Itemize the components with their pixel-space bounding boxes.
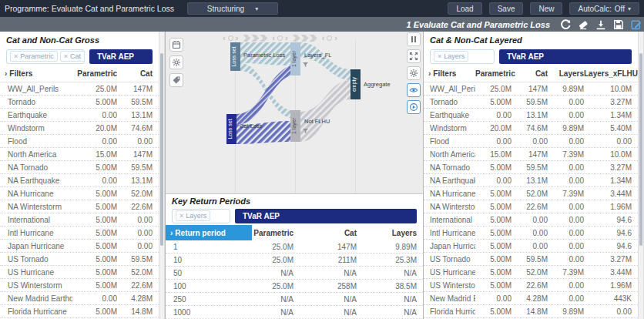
table-row[interactable]: US Winterstorm5.00M22.6M xyxy=(0,279,159,292)
chip-parametric[interactable]: × Parametric xyxy=(10,51,58,62)
metric-header-button[interactable]: TVaR AEP xyxy=(499,49,632,64)
load-button[interactable]: Load xyxy=(448,2,481,15)
right-panel-scrollbar[interactable] xyxy=(638,32,644,319)
col-layers[interactable]: Layers xyxy=(357,229,417,237)
table-row[interactable]: US Tornado5.00M59.5M0.003.27M xyxy=(424,253,638,266)
table-row[interactable]: Florida Hurricane5.00M14.8M9.89M0.00 xyxy=(424,305,638,318)
download-icon[interactable] xyxy=(595,18,606,30)
table-row[interactable]: Intl Hurricane5.00M0.00 xyxy=(0,227,159,240)
step-forward-button[interactable] xyxy=(407,100,421,114)
table-row[interactable]: Tornado5.00M59.5M0.003.27M xyxy=(424,96,638,109)
scrollbar-thumb[interactable] xyxy=(639,53,642,246)
settings-button[interactable] xyxy=(169,55,183,69)
flow-notflhu-to-aggregate[interactable] xyxy=(300,80,351,142)
left-panel-scrollbar[interactable] xyxy=(159,32,165,319)
flow-layersfl-to-aggregate[interactable] xyxy=(300,42,351,80)
node-stepper[interactable]: ‹› xyxy=(322,34,337,42)
remove-chip-icon[interactable]: × xyxy=(14,53,18,60)
autocalc-toggle[interactable]: AutoCalc: Off ▾ xyxy=(569,2,639,15)
remove-chip-icon[interactable]: × xyxy=(438,53,441,60)
col-cat[interactable]: Cat xyxy=(117,69,153,78)
col-cat[interactable]: Cat xyxy=(512,69,548,78)
table-row[interactable]: 50N/AN/AN/A xyxy=(166,267,423,280)
table-row[interactable]: 125.0M147M9.89M xyxy=(166,240,423,254)
structuring-dropdown[interactable]: Structuring ▾ xyxy=(187,2,278,15)
col-cat[interactable]: Cat xyxy=(293,229,357,237)
col-return-period[interactable]: › Return period xyxy=(166,225,252,240)
table-row[interactable]: NA Hurricane5.00M52.0M xyxy=(0,187,159,200)
table-row[interactable]: NA Tornado5.00M59.5M0.003.27M xyxy=(424,161,638,174)
col-parametric[interactable]: Parametric xyxy=(475,69,512,78)
col-layers[interactable]: Layers xyxy=(548,69,584,78)
pause-button[interactable] xyxy=(407,32,421,46)
flow-cat-to-layersfl[interactable] xyxy=(236,65,290,125)
visibility-button[interactable] xyxy=(407,83,421,97)
col-parametric[interactable]: Parametric xyxy=(252,229,293,237)
flow-arrows-icon[interactable] xyxy=(293,35,317,42)
remove-chip-icon[interactable]: × xyxy=(179,213,183,220)
table-row[interactable]: Flood0.000.000.000.00 xyxy=(424,135,638,148)
col-parametric[interactable]: Parametric xyxy=(72,69,117,78)
chip-layers[interactable]: × Layers xyxy=(434,51,468,62)
table-row[interactable]: Earthquake0.0013.1M0.001.34M xyxy=(424,109,638,122)
filter-funnel-icon[interactable] xyxy=(303,62,308,67)
table-row[interactable]: Intl Hurricane5.00M0.000.0094.6 xyxy=(424,227,638,240)
chip-layers[interactable]: × Layers xyxy=(176,210,210,221)
table-row[interactable]: Japan Hurricane5.00M0.000.0094.6 xyxy=(424,240,638,253)
remove-chip-icon[interactable]: × xyxy=(64,53,68,60)
table-row[interactable]: NA Winterstorm5.00M22.6M xyxy=(0,200,159,213)
fit-view-button[interactable] xyxy=(407,49,421,63)
table-row[interactable]: US Winterstorm5.00M22.6M0.001.96M xyxy=(424,279,638,292)
edit-icon[interactable] xyxy=(630,18,642,30)
table-row[interactable]: NA Tornado5.00M59.5M xyxy=(0,161,159,174)
chip-container[interactable]: × Parametric × Cat × xyxy=(6,49,85,64)
table-row[interactable]: NA Earthquake0.0013.1M xyxy=(0,174,159,187)
table-row[interactable]: 1000N/AN/AN/A xyxy=(166,306,423,319)
node-stepper[interactable]: ‹› xyxy=(223,34,238,42)
save-button[interactable]: Save xyxy=(489,2,524,15)
table-row[interactable]: Windstorm20.0M74.6M xyxy=(0,122,159,135)
table-row[interactable]: 10025.0M258M38.5M xyxy=(166,280,423,293)
table-row[interactable]: NA Hurricane5.00M52.0M7.39M3.44M xyxy=(424,187,638,200)
col-layers-xflhu[interactable]: Layers_xFLHU xyxy=(584,69,632,78)
save-disk-icon[interactable] xyxy=(612,18,624,30)
table-row[interactable]: Tornado5.00M59.5M xyxy=(0,96,159,109)
table-row[interactable]: WW_All_Perils25.0M147M xyxy=(0,82,159,96)
eraser-icon[interactable] xyxy=(577,18,589,30)
table-row[interactable]: Earthquake0.0013.1M xyxy=(0,109,159,122)
chip-container[interactable]: × Layers xyxy=(172,209,230,223)
table-row[interactable]: New Madrid Earthquake0.004.28M xyxy=(0,292,159,305)
table-row[interactable]: NA Winterstorm5.00M22.6M0.001.96M xyxy=(424,200,638,213)
table-row[interactable]: New Madrid Earthquake0.004.28M0.00443K xyxy=(424,292,638,305)
expand-chevron-icon[interactable]: › xyxy=(428,69,431,78)
new-button[interactable]: New xyxy=(530,2,562,15)
table-row[interactable]: WW_All_Perils25.0M147M9.89M10.0M xyxy=(424,82,638,96)
col-filters[interactable]: Filters xyxy=(9,69,72,78)
col-filters[interactable]: Filters xyxy=(433,69,475,78)
metric-header-button[interactable]: TVaR AEP xyxy=(89,49,153,64)
table-row[interactable]: Windstorm20.0M74.6M9.89M5.40M xyxy=(424,122,638,135)
scrollbar-thumb[interactable] xyxy=(160,53,163,246)
table-row[interactable]: 1025.0M211M25.3M xyxy=(166,254,423,267)
tags-button[interactable] xyxy=(169,73,183,87)
table-row[interactable]: Flood0.000.00 xyxy=(0,135,159,148)
table-row[interactable]: US Hurricane5.00M52.0M7.39M3.44M xyxy=(424,266,638,279)
table-row[interactable]: Japan Hurricane5.00M0.00 xyxy=(0,240,159,253)
expand-chevron-icon[interactable]: › xyxy=(5,69,7,78)
refresh-icon[interactable] xyxy=(559,18,571,30)
calendar-button[interactable] xyxy=(169,38,183,52)
table-row[interactable]: US Hurricane5.00M52.0M xyxy=(0,266,159,279)
metric-header-button[interactable]: TVaR AEP xyxy=(235,209,417,223)
table-row[interactable]: International5.00M0.000.0094.6 xyxy=(424,213,638,227)
chip-cat[interactable]: × Cat xyxy=(60,51,85,62)
table-row[interactable]: NA Earthquake0.0013.1M0.001.34M xyxy=(424,174,638,187)
table-row[interactable]: 250N/AN/AN/A xyxy=(166,293,423,306)
table-row[interactable]: International5.00M0.00 xyxy=(0,213,159,227)
node-stepper[interactable]: ‹› xyxy=(272,34,287,42)
chip-container[interactable]: × Layers xyxy=(430,49,495,64)
table-row[interactable]: Florida Hurricane5.00M14.8M xyxy=(0,305,159,318)
table-row[interactable]: North America15.0M147M xyxy=(0,148,159,161)
flow-arrows-icon[interactable] xyxy=(243,35,267,42)
diagram-settings-button[interactable] xyxy=(407,66,421,80)
table-row[interactable]: US Tornado5.00M59.5M xyxy=(0,253,159,266)
